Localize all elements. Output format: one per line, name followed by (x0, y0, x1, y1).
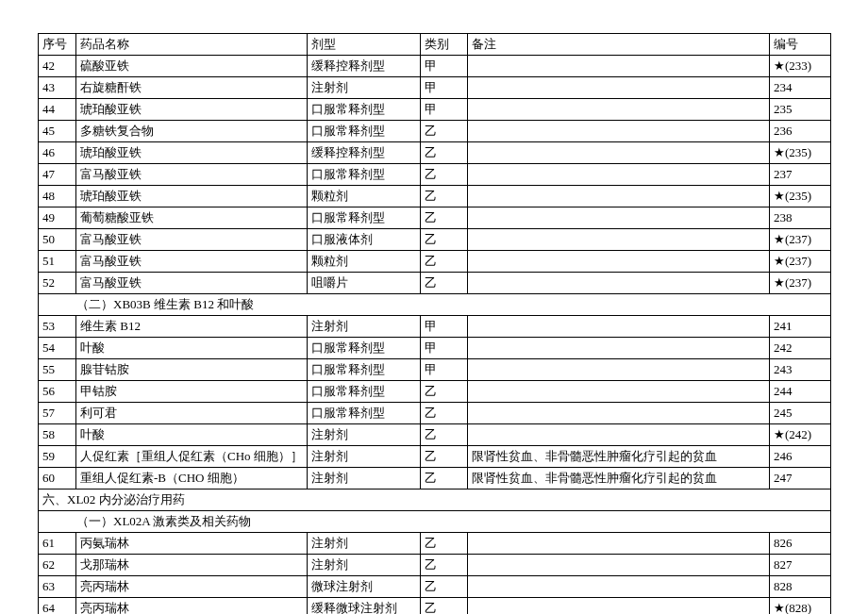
cell-name: 多糖铁复合物 (76, 121, 308, 142)
cell-code: ★(235) (770, 142, 831, 164)
cell-form: 缓释控释剂型 (308, 56, 421, 77)
group-label: （一）XL02A 激素类及相关药物 (39, 511, 831, 533)
cell-num: 52 (39, 273, 76, 294)
cell-code: 234 (770, 77, 831, 99)
cell-num: 60 (39, 468, 76, 490)
table-row: 57利可君口服常释剂型乙245 (39, 403, 831, 424)
table-row: 64亮丙瑞林缓释微球注射剂乙★(828) (39, 598, 831, 615)
cell-code: ★(237) (770, 273, 831, 294)
cell-code: 243 (770, 359, 831, 381)
cell-num: 55 (39, 359, 76, 381)
cell-cat: 乙 (421, 424, 468, 446)
table-row: 62戈那瑞林注射剂乙827 (39, 555, 831, 576)
cell-code: 245 (770, 403, 831, 424)
cell-remark (468, 381, 770, 403)
cell-form: 口服常释剂型 (308, 338, 421, 359)
cell-form: 口服液体剂 (308, 229, 421, 251)
cell-cat: 甲 (421, 56, 468, 77)
cell-remark (468, 273, 770, 294)
cell-cat: 甲 (421, 338, 468, 359)
cell-name: 叶酸 (76, 424, 308, 446)
cell-name: 戈那瑞林 (76, 555, 308, 576)
header-cat: 类别 (421, 34, 468, 56)
table-row: 52富马酸亚铁咀嚼片乙★(237) (39, 273, 831, 294)
cell-form: 注射剂 (308, 316, 421, 338)
cell-num: 53 (39, 316, 76, 338)
table-row: 46琥珀酸亚铁缓释控释剂型乙★(235) (39, 142, 831, 164)
cell-num: 64 (39, 598, 76, 615)
cell-remark (468, 598, 770, 615)
cell-num: 49 (39, 207, 76, 229)
cell-cat: 乙 (421, 229, 468, 251)
cell-name: 琥珀酸亚铁 (76, 99, 308, 121)
table-row: 43右旋糖酐铁注射剂甲234 (39, 77, 831, 99)
cell-code: 828 (770, 576, 831, 598)
cell-code: ★(242) (770, 424, 831, 446)
cell-cat: 乙 (421, 468, 468, 490)
table-row: 44琥珀酸亚铁口服常释剂型甲235 (39, 99, 831, 121)
table-row: 61丙氨瑞林注射剂乙826 (39, 533, 831, 555)
cell-cat: 乙 (421, 403, 468, 424)
cell-form: 缓释控释剂型 (308, 142, 421, 164)
table-row: 42硫酸亚铁缓释控释剂型甲★(233) (39, 56, 831, 77)
cell-form: 注射剂 (308, 77, 421, 99)
cell-code: 242 (770, 338, 831, 359)
cell-num: 45 (39, 121, 76, 142)
cell-name: 叶酸 (76, 338, 308, 359)
cell-num: 43 (39, 77, 76, 99)
cell-form: 微球注射剂 (308, 576, 421, 598)
cell-name: 琥珀酸亚铁 (76, 142, 308, 164)
cell-remark (468, 555, 770, 576)
cell-code: 246 (770, 446, 831, 468)
table-row: （二）XB03B 维生素 B12 和叶酸 (39, 294, 831, 316)
table-row: 51富马酸亚铁颗粒剂乙★(237) (39, 251, 831, 273)
cell-form: 咀嚼片 (308, 273, 421, 294)
cell-remark (468, 338, 770, 359)
cell-form: 口服常释剂型 (308, 99, 421, 121)
header-code: 编号 (770, 34, 831, 56)
cell-cat: 乙 (421, 446, 468, 468)
cell-remark (468, 359, 770, 381)
cell-remark (468, 251, 770, 273)
cell-remark (468, 316, 770, 338)
cell-remark (468, 424, 770, 446)
table-row: 55腺苷钴胺口服常释剂型甲243 (39, 359, 831, 381)
cell-cat: 乙 (421, 533, 468, 555)
header-remark: 备注 (468, 34, 770, 56)
cell-remark (468, 121, 770, 142)
cell-code: 236 (770, 121, 831, 142)
header-form: 剂型 (308, 34, 421, 56)
cell-form: 注射剂 (308, 468, 421, 490)
cell-code: 238 (770, 207, 831, 229)
cell-form: 缓释微球注射剂 (308, 598, 421, 615)
cell-remark (468, 77, 770, 99)
cell-num: 47 (39, 164, 76, 186)
cell-cat: 甲 (421, 77, 468, 99)
table-row: 59人促红素［重组人促红素（CHo 细胞）］注射剂乙限肾性贫血、非骨髓恶性肿瘤化… (39, 446, 831, 468)
group-label: （二）XB03B 维生素 B12 和叶酸 (39, 294, 831, 316)
cell-remark: 限肾性贫血、非骨髓恶性肿瘤化疗引起的贫血 (468, 446, 770, 468)
cell-num: 56 (39, 381, 76, 403)
cell-remark (468, 403, 770, 424)
cell-num: 58 (39, 424, 76, 446)
cell-num: 57 (39, 403, 76, 424)
cell-cat: 甲 (421, 316, 468, 338)
cell-form: 口服常释剂型 (308, 381, 421, 403)
cell-name: 人促红素［重组人促红素（CHo 细胞）］ (76, 446, 308, 468)
cell-name: 葡萄糖酸亚铁 (76, 207, 308, 229)
table-row: 53维生素 B12注射剂甲241 (39, 316, 831, 338)
header-name: 药品名称 (76, 34, 308, 56)
cell-name: 右旋糖酐铁 (76, 77, 308, 99)
cell-remark (468, 56, 770, 77)
cell-cat: 乙 (421, 251, 468, 273)
table-row: 49葡萄糖酸亚铁口服常释剂型乙238 (39, 207, 831, 229)
table-row: 48琥珀酸亚铁颗粒剂乙★(235) (39, 186, 831, 207)
cell-form: 口服常释剂型 (308, 164, 421, 186)
table-row: 50富马酸亚铁口服液体剂乙★(237) (39, 229, 831, 251)
table-row: 47富马酸亚铁口服常释剂型乙237 (39, 164, 831, 186)
cell-name: 利可君 (76, 403, 308, 424)
table-row: 56甲钴胺口服常释剂型乙244 (39, 381, 831, 403)
cell-form: 口服常释剂型 (308, 403, 421, 424)
cell-cat: 乙 (421, 142, 468, 164)
cell-code: ★(237) (770, 251, 831, 273)
